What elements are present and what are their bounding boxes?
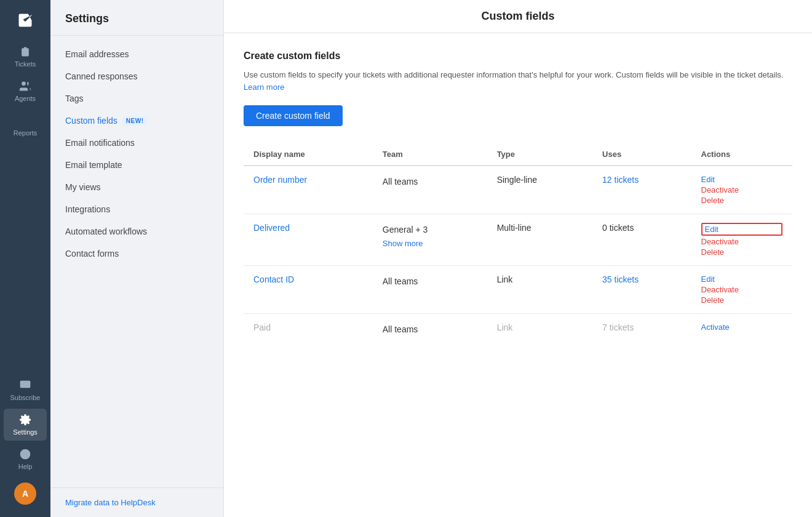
nav-reports-label: Reports xyxy=(14,129,38,137)
field-display-name: Order number xyxy=(244,166,373,214)
uses-text: 7 tickets xyxy=(602,323,634,332)
table-row: PaidAll teamsLink7 ticketsActivate xyxy=(244,314,792,345)
nav-help-label: Help xyxy=(18,463,33,470)
settings-nav: Email addresses Canned responses Tags Cu… xyxy=(50,36,223,487)
field-team: All teams xyxy=(373,266,487,314)
section-description: Use custom fields to specify your ticket… xyxy=(244,69,792,93)
field-type: Link xyxy=(487,266,592,314)
create-custom-field-button[interactable]: Create custom field xyxy=(244,105,343,126)
uses-link[interactable]: 35 tickets xyxy=(602,275,639,284)
subscribe-icon xyxy=(19,379,31,391)
help-icon xyxy=(19,448,31,460)
field-display-name: Delivered xyxy=(244,214,373,266)
main-body: Create custom fields Use custom fields t… xyxy=(224,33,812,362)
uses-text: 0 tickets xyxy=(602,223,634,233)
table-row: DeliveredGeneral + 3Show moreMulti-line0… xyxy=(244,214,792,266)
nav-email-notifications[interactable]: Email notifications xyxy=(50,132,223,154)
table-header: Display name Team Type Uses Actions xyxy=(244,143,792,166)
field-actions: EditDeactivateDelete xyxy=(691,266,793,314)
table-body: Order numberAll teamsSingle-line12 ticke… xyxy=(244,166,792,345)
nav-item-help[interactable]: Help xyxy=(4,443,47,475)
field-name-link[interactable]: Order number xyxy=(253,175,307,185)
nav-custom-fields-label: Custom fields xyxy=(65,116,117,126)
col-actions: Actions xyxy=(691,143,793,166)
action-activate-link[interactable]: Activate xyxy=(701,323,783,332)
nav-item-tickets[interactable]: Tickets xyxy=(4,41,47,73)
logo-icon xyxy=(17,12,34,29)
field-uses: 35 tickets xyxy=(592,266,691,314)
col-type: Type xyxy=(487,143,592,166)
field-uses: 7 tickets xyxy=(592,314,691,345)
nav-custom-fields[interactable]: Custom fields NEW! xyxy=(50,110,223,132)
field-type: Single-line xyxy=(487,166,592,214)
main-nav: Tickets Agents Reports xyxy=(4,41,47,374)
nav-tickets-label: Tickets xyxy=(15,60,36,68)
action-edit-link[interactable]: Edit xyxy=(701,223,783,236)
new-badge: NEW! xyxy=(122,116,148,126)
field-type: Link xyxy=(487,314,592,345)
field-uses: 12 tickets xyxy=(592,166,691,214)
settings-sidebar-title: Settings xyxy=(50,0,223,36)
app-logo[interactable] xyxy=(4,5,47,36)
custom-fields-table: Display name Team Type Uses Actions Orde… xyxy=(244,143,792,345)
user-avatar[interactable]: A xyxy=(14,483,36,505)
nav-email-addresses[interactable]: Email addresses xyxy=(50,43,223,65)
field-name-link[interactable]: Delivered xyxy=(253,223,290,233)
nav-contact-forms[interactable]: Contact forms xyxy=(50,242,223,265)
nav-item-settings[interactable]: Settings xyxy=(4,409,47,441)
bottom-nav: Subscribe Settings Help A xyxy=(4,374,47,517)
nav-item-reports[interactable]: Reports xyxy=(4,110,47,142)
field-team: All teams xyxy=(373,314,487,345)
action-delete-link[interactable]: Delete xyxy=(701,247,783,257)
reports-icon xyxy=(19,114,31,127)
show-more-link[interactable]: Show more xyxy=(383,239,423,248)
field-display-name: Paid xyxy=(244,314,373,345)
svg-rect-0 xyxy=(20,381,31,388)
nav-item-agents[interactable]: Agents xyxy=(4,75,47,107)
col-uses: Uses xyxy=(592,143,691,166)
nav-settings-label: Settings xyxy=(13,428,38,436)
nav-automated-workflows[interactable]: Automated workflows xyxy=(50,220,223,242)
icon-sidebar: Tickets Agents Reports Subscribe xyxy=(0,0,50,517)
field-actions: EditDeactivateDelete xyxy=(691,214,793,266)
action-deactivate-link[interactable]: Deactivate xyxy=(701,237,783,246)
tickets-icon xyxy=(19,46,31,58)
field-display-name: Contact ID xyxy=(244,266,373,314)
action-edit-link[interactable]: Edit xyxy=(701,175,783,184)
col-team: Team xyxy=(373,143,487,166)
nav-email-template[interactable]: Email template xyxy=(50,154,223,176)
field-uses: 0 tickets xyxy=(592,214,691,266)
field-actions: Activate xyxy=(691,314,793,345)
nav-tags[interactable]: Tags xyxy=(50,87,223,110)
nav-my-views[interactable]: My views xyxy=(50,176,223,198)
action-deactivate-link[interactable]: Deactivate xyxy=(701,185,783,194)
learn-more-link[interactable]: Learn more xyxy=(244,82,284,92)
action-delete-link[interactable]: Delete xyxy=(701,196,783,205)
agents-icon xyxy=(19,80,31,92)
nav-item-subscribe[interactable]: Subscribe xyxy=(4,374,47,406)
field-team: All teams xyxy=(373,166,487,214)
field-name-link[interactable]: Contact ID xyxy=(253,275,294,284)
page-title: Custom fields xyxy=(224,0,812,33)
field-team: General + 3Show more xyxy=(373,214,487,266)
migrate-link[interactable]: Migrate data to HelpDesk xyxy=(50,487,223,517)
field-type: Multi-line xyxy=(487,214,592,266)
settings-sidebar: Settings Email addresses Canned response… xyxy=(50,0,224,517)
action-delete-link[interactable]: Delete xyxy=(701,295,783,305)
field-actions: EditDeactivateDelete xyxy=(691,166,793,214)
field-name-inactive: Paid xyxy=(253,323,271,332)
settings-icon xyxy=(19,414,31,426)
col-display-name: Display name xyxy=(244,143,373,166)
nav-canned-responses[interactable]: Canned responses xyxy=(50,65,223,87)
table-row: Order numberAll teamsSingle-line12 ticke… xyxy=(244,166,792,214)
action-deactivate-link[interactable]: Deactivate xyxy=(701,285,783,294)
nav-integrations[interactable]: Integrations xyxy=(50,198,223,220)
nav-agents-label: Agents xyxy=(15,95,36,102)
uses-link[interactable]: 12 tickets xyxy=(602,175,639,185)
main-content: Custom fields Create custom fields Use c… xyxy=(224,0,812,517)
table-row: Contact IDAll teamsLink35 ticketsEditDea… xyxy=(244,266,792,314)
section-title: Create custom fields xyxy=(244,50,792,62)
action-edit-link[interactable]: Edit xyxy=(701,275,783,284)
nav-subscribe-label: Subscribe xyxy=(10,394,41,401)
